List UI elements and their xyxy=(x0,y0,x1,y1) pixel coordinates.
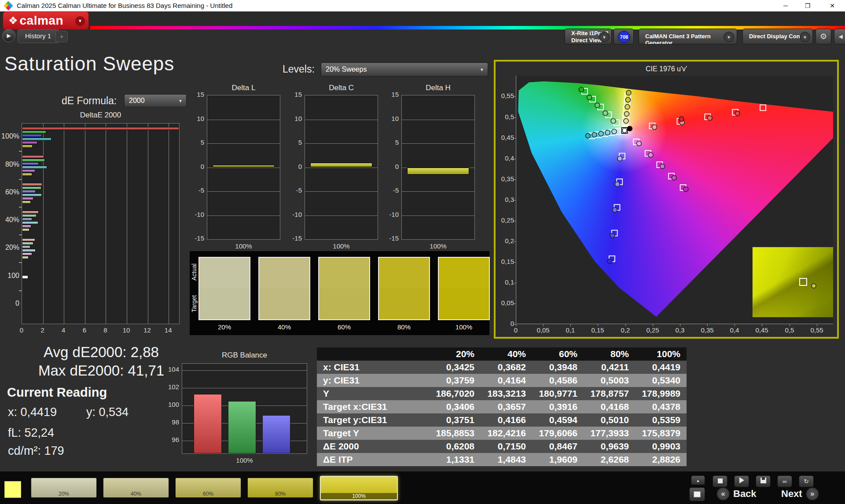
cie-y-tick xyxy=(514,324,516,325)
cie-measured-cyan-20% xyxy=(612,129,617,134)
display-control-dropdown[interactable]: Direct Display Control ▼ xyxy=(742,29,813,44)
deltae-bar-cyan-80% xyxy=(22,166,47,169)
add-tab-button[interactable]: + xyxy=(55,31,68,42)
gridline xyxy=(182,388,307,388)
rgb-bar-red xyxy=(194,394,222,453)
cell-value: 185,8853 xyxy=(429,427,481,440)
patch-swatch-60%[interactable]: 60% xyxy=(175,478,241,498)
collapse-panel-button[interactable]: ◀ xyxy=(834,29,845,44)
play-button[interactable] xyxy=(734,475,749,487)
back-button[interactable]: « Back xyxy=(716,486,757,501)
calman-logo-text: calman xyxy=(20,14,64,28)
patch-swatch-100%[interactable]: 100% xyxy=(320,476,398,500)
cie-y-tick-label: 0,45 xyxy=(496,134,514,141)
deltae-bar-blue-60% xyxy=(22,190,36,193)
settings-button[interactable]: ⚙ xyxy=(816,29,831,44)
levels-dropdown[interactable]: 20% Sweeps ▼ xyxy=(321,62,488,77)
continuous-measure-button[interactable]: ∞ xyxy=(777,475,792,487)
y-tick-label: 96 xyxy=(162,436,179,443)
cell-value: 177,3933 xyxy=(584,427,635,440)
chevron-down-icon[interactable]: ▼ xyxy=(800,32,810,42)
y-tick-mark xyxy=(19,179,22,180)
cie-y-tick-label: 0,15 xyxy=(496,258,514,265)
swatch-target-half xyxy=(439,289,489,319)
history-nav-button[interactable]: ▶ xyxy=(2,29,15,42)
refresh-button[interactable]: ↻ xyxy=(799,475,814,487)
close-button[interactable]: ✕ xyxy=(822,0,842,11)
cell-value: 0,4594 xyxy=(532,413,584,427)
row-label: Target x:CIE31 xyxy=(317,400,429,413)
y-tick-label: 98 xyxy=(162,418,179,426)
cell-value: 0,4164 xyxy=(481,374,532,387)
chevron-down-icon[interactable]: ▼ xyxy=(724,32,734,42)
patch-swatch-label: 40% xyxy=(103,491,169,497)
y-tick-label: 10 xyxy=(187,115,204,122)
cell-value: 0,4168 xyxy=(584,400,635,413)
stop-button[interactable] xyxy=(713,475,727,487)
meter-reading-badge[interactable]: 708 xyxy=(614,29,634,44)
de-formula-dropdown[interactable]: 2000 ▼ xyxy=(124,94,187,107)
x-tick-label: 6 xyxy=(79,326,90,334)
x-axis-label: 100% xyxy=(182,457,307,464)
cie-x-tick xyxy=(516,324,516,326)
calman-menu-button[interactable]: ❖ calman ▼ xyxy=(3,11,89,30)
chevron-right-icon: » xyxy=(806,487,819,500)
cie-y-tick-label: 0,05 xyxy=(496,299,514,307)
meter-dropdown[interactable]: X-Rite i1Pro 3Direct View ▼ xyxy=(565,29,612,44)
chevron-down-icon[interactable]: ▼ xyxy=(75,16,85,26)
pattern-generator-dropdown[interactable]: CalMAN Client 3 Pattern Generator ▼ xyxy=(639,29,737,44)
table-row: Target Y185,8853182,4216179,6066177,3933… xyxy=(317,427,687,440)
pattern-window-button[interactable] xyxy=(689,487,705,501)
patch-swatch-20%[interactable]: 20% xyxy=(31,478,97,498)
deltae-bar-red-80% xyxy=(22,155,44,158)
cie-measured-yellow-80% xyxy=(625,98,630,102)
expand-up-button[interactable]: ▲ xyxy=(691,475,705,485)
cie-measured-magenta-40% xyxy=(648,153,653,157)
cell-value: 0,6208 xyxy=(429,440,481,453)
deltae-bar-green-60% xyxy=(22,186,41,190)
y-tick-label: 5 xyxy=(381,139,399,146)
cie-white-point-measured xyxy=(622,128,627,133)
rgb-balance-chart xyxy=(182,363,307,454)
next-button[interactable]: Next » xyxy=(781,486,819,501)
cie-measured-red-60% xyxy=(707,116,712,121)
gridline xyxy=(305,168,378,168)
deltae-bar-green-100% xyxy=(22,131,46,134)
delta-l-chart xyxy=(207,95,280,240)
current-y-value: y: 0,534 xyxy=(86,405,129,419)
cell-value: 2,8826 xyxy=(635,453,687,466)
deltae-bar-red-40% xyxy=(22,211,39,214)
cell-value: 178,8757 xyxy=(584,387,635,400)
cell-value: 0,3759 xyxy=(429,374,481,387)
swatch-target-half xyxy=(199,289,250,319)
gridline xyxy=(64,124,64,324)
patch-swatch-80%[interactable]: 80% xyxy=(247,478,313,498)
cie-y-tick xyxy=(514,200,516,201)
cie-measured-blue-20% xyxy=(617,156,622,161)
gridline xyxy=(43,124,44,324)
delta_l-bar xyxy=(213,165,275,167)
chevron-down-icon[interactable]: ▼ xyxy=(599,32,610,42)
tab-history-1[interactable]: History 1 xyxy=(18,29,59,43)
cie-y-tick xyxy=(514,283,516,283)
minimize-button[interactable]: ─ xyxy=(775,0,796,11)
chevron-left-icon: « xyxy=(716,487,730,500)
patch-swatch-label: 80% xyxy=(248,491,313,497)
cie-target-red-100% xyxy=(760,105,766,110)
x-tick-label: 14 xyxy=(163,326,173,334)
patch-swatch-40%[interactable]: 40% xyxy=(103,478,169,498)
cie-y-tick-label: 0,35 xyxy=(496,175,514,183)
inset-gradient-band xyxy=(753,247,833,317)
patch-swatch-label: 100% xyxy=(321,493,397,499)
y-category-label: 100% xyxy=(0,132,19,140)
deltae-bar-red-20% xyxy=(22,238,35,241)
maximize-button[interactable]: ❐ xyxy=(797,0,818,11)
pattern-generator-label: CalMAN Client 3 Pattern Generator xyxy=(645,33,737,44)
deltae-bar-magenta-20% xyxy=(22,252,32,256)
deltae-bar-yellow-40% xyxy=(22,228,29,231)
save-button[interactable] xyxy=(756,475,771,487)
rgb-balance-title: RGB Balance xyxy=(182,351,307,360)
table-row: y: CIE310,37590,41640,45860,50030,5340 xyxy=(317,374,687,387)
deltae2000-chart xyxy=(22,123,180,324)
deltae-bar-green-20% xyxy=(22,242,33,245)
